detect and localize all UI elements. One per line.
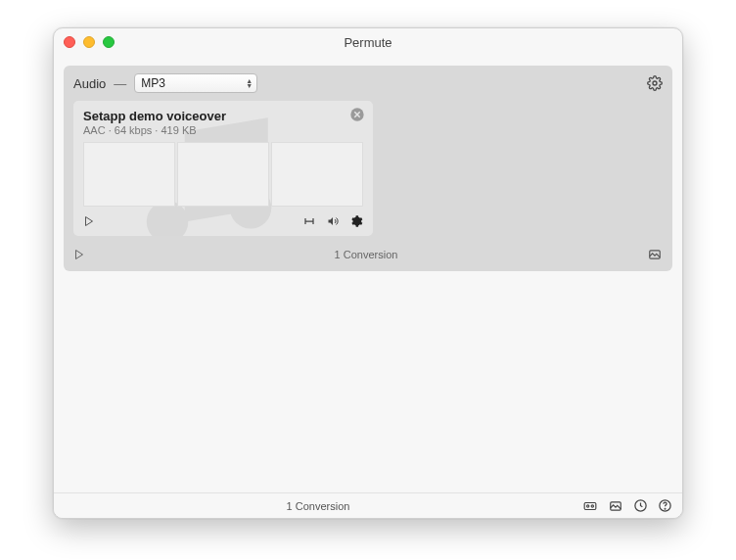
app-window: Permute Audio — MP3 ▲▼ bbox=[53, 27, 683, 519]
zoom-window-button[interactable] bbox=[103, 36, 115, 48]
panel-settings-button[interactable] bbox=[647, 75, 663, 91]
format-select[interactable]: MP3 ▲▼ bbox=[134, 73, 257, 93]
content-area: Audio — MP3 ▲▼ bbox=[54, 56, 682, 492]
volume-icon bbox=[326, 215, 340, 227]
panel-footer: 1 Conversion bbox=[73, 244, 663, 265]
presets-button[interactable] bbox=[582, 499, 598, 513]
window-title: Permute bbox=[64, 35, 672, 50]
help-button[interactable] bbox=[658, 498, 672, 513]
close-icon bbox=[349, 107, 365, 122]
history-button[interactable] bbox=[633, 498, 648, 513]
play-preview-button[interactable] bbox=[83, 215, 95, 227]
svg-marker-4 bbox=[86, 217, 93, 226]
svg-point-0 bbox=[653, 81, 657, 85]
footer-add-files-button[interactable] bbox=[608, 499, 623, 513]
stepper-arrows-icon: ▲▼ bbox=[246, 78, 253, 88]
svg-point-12 bbox=[587, 504, 589, 506]
footer-status: 1 Conversion bbox=[64, 500, 573, 512]
svg-marker-8 bbox=[329, 217, 334, 225]
panel-header: Audio — MP3 ▲▼ bbox=[73, 73, 663, 93]
help-icon bbox=[658, 498, 672, 513]
remove-item-button[interactable] bbox=[349, 107, 365, 122]
preview-segment bbox=[177, 142, 269, 207]
panel-status: 1 Conversion bbox=[85, 249, 647, 260]
gear-icon bbox=[647, 75, 663, 91]
item-title: Setapp demo voiceover bbox=[83, 109, 363, 123]
svg-point-17 bbox=[665, 508, 666, 509]
volume-button[interactable] bbox=[326, 215, 340, 227]
trim-button[interactable] bbox=[302, 215, 316, 227]
cassette-icon bbox=[582, 499, 598, 513]
preview-segment bbox=[83, 142, 175, 207]
window-controls bbox=[64, 36, 115, 48]
conversion-panel: Audio — MP3 ▲▼ bbox=[64, 66, 672, 271]
image-add-icon bbox=[647, 248, 663, 261]
item-settings-button[interactable] bbox=[349, 214, 363, 228]
clock-icon bbox=[633, 498, 648, 513]
separator-dash: — bbox=[114, 76, 126, 91]
image-add-icon bbox=[608, 499, 623, 513]
category-label: Audio bbox=[73, 76, 106, 91]
svg-marker-9 bbox=[76, 251, 83, 259]
window-footer: 1 Conversion bbox=[54, 492, 682, 518]
add-files-button[interactable] bbox=[647, 248, 663, 261]
minimize-window-button[interactable] bbox=[83, 36, 95, 48]
format-selected-value: MP3 bbox=[141, 76, 165, 90]
svg-point-13 bbox=[591, 504, 593, 506]
trim-icon bbox=[302, 215, 316, 227]
start-all-button[interactable] bbox=[73, 249, 85, 260]
close-window-button[interactable] bbox=[64, 36, 75, 48]
waveform-preview bbox=[83, 142, 363, 207]
play-icon bbox=[83, 215, 95, 227]
preview-segment bbox=[271, 142, 363, 207]
conversion-item-card: Setapp demo voiceover AAC · 64 kbps · 41… bbox=[73, 101, 373, 236]
gear-icon bbox=[349, 214, 363, 228]
play-icon bbox=[73, 249, 85, 260]
item-details: AAC · 64 kbps · 419 KB bbox=[83, 124, 363, 136]
titlebar: Permute bbox=[54, 28, 682, 56]
item-controls bbox=[83, 212, 363, 230]
